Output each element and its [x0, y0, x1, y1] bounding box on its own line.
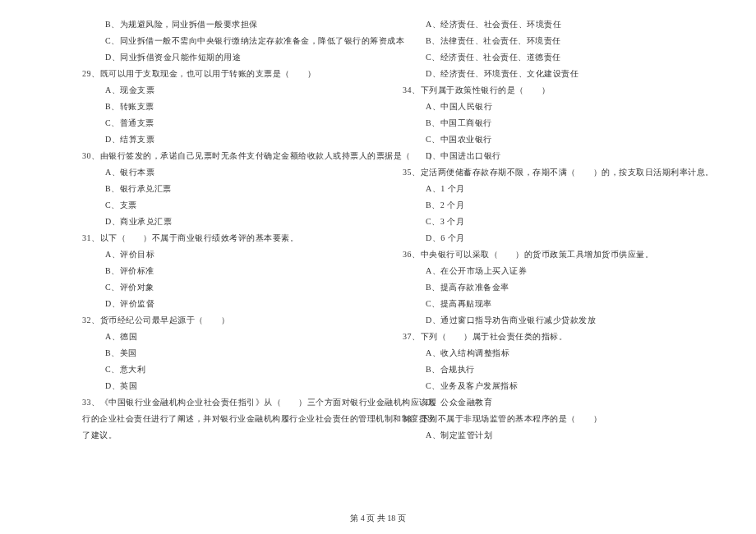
q33-option-b: B、法律责任、社会责任、环境责任: [403, 33, 715, 49]
q38-option-a: A、制定监管计划: [403, 427, 715, 444]
q37-option-c: C、业务及客户发展指标: [403, 378, 715, 394]
q36-option-b: B、提高存款准备金率: [403, 279, 715, 296]
q36-text: 36、中央银行可以采取（ ）的货币政策工具增加货币供应量。: [403, 246, 715, 263]
q29-text: 29、既可以用于支取现金，也可以用于转账的支票是（ ）: [82, 66, 370, 82]
q35-option-c: C、3 个月: [403, 214, 715, 230]
q29-option-c: C、普通支票: [82, 115, 370, 131]
q37-option-a: A、收入结构调整指标: [403, 345, 715, 361]
q31-option-b: B、评价标准: [82, 263, 370, 279]
q37-option-d: D、公众金融教育: [403, 394, 715, 411]
page-footer: 第 4 页 共 18 页: [0, 513, 756, 524]
q30-text: 30、由银行签发的，承诺自己见票时无条件支付确定金额给收款人或持票人的票据是（ …: [82, 148, 370, 164]
q35-option-a: A、1 个月: [403, 181, 715, 197]
q32-option-c: C、意大利: [82, 361, 370, 378]
left-column: B、为规避风险，同业拆借一般要求担保 C、同业拆借一般不需向中央银行缴纳法定存款…: [33, 16, 378, 493]
q33-option-c: C、经济责任、社会责任、道德责任: [403, 49, 715, 66]
q34-option-b: B、中国工商银行: [403, 115, 715, 131]
q30-option-d: D、商业承兑汇票: [82, 214, 370, 230]
q33-option-a: A、经济责任、社会责任、环境责任: [403, 16, 715, 33]
q30-option-b: B、银行承兑汇票: [82, 181, 370, 197]
q38-text: 38、下列不属于非现场监管的基本程序的是（ ）: [403, 411, 715, 427]
q30-option-a: A、银行本票: [82, 164, 370, 181]
q28-option-b: B、为规避风险，同业拆借一般要求担保: [82, 16, 370, 33]
q34-option-a: A、中国人民银行: [403, 99, 715, 115]
q36-option-d: D、通过窗口指导劝告商业银行减少贷款发放: [403, 312, 715, 329]
q35-option-b: B、2 个月: [403, 197, 715, 214]
q31-option-d: D、评价监督: [82, 296, 370, 312]
q34-option-d: D、中国进出口银行: [403, 148, 715, 164]
q37-text: 37、下列（ ）属于社会责任类的指标。: [403, 329, 715, 345]
q31-option-c: C、评价对象: [82, 279, 370, 296]
q31-text: 31、以下（ ）不属于商业银行绩效考评的基本要素。: [82, 230, 370, 246]
q37-option-b: B、合规执行: [403, 361, 715, 378]
q28-option-d: D、同业拆借资金只能作短期的用途: [82, 49, 370, 66]
right-column: A、经济责任、社会责任、环境责任 B、法律责任、社会责任、环境责任 C、经济责任…: [378, 16, 723, 493]
q34-option-c: C、中国农业银行: [403, 131, 715, 148]
q33-text-line3: 了建议。: [82, 427, 370, 444]
q32-option-b: B、美国: [82, 345, 370, 361]
q28-option-c: C、同业拆借一般不需向中央银行缴纳法定存款准备金，降低了银行的筹资成本: [82, 33, 370, 49]
q30-option-c: C、支票: [82, 197, 370, 214]
q33-text-line2: 行的企业社会责任进行了阐述，并对银行业金融机构履行企业社会责任的管理机制和制度提…: [82, 411, 370, 427]
q32-option-d: D、英国: [82, 378, 370, 394]
q35-option-d: D、6 个月: [403, 230, 715, 246]
q35-text: 35、定活两便储蓄存款存期不限，存期不满（ ）的，按支取日活期利率计息。: [403, 164, 715, 181]
q33-option-d: D、经济责任、环境责任、文化建设责任: [403, 66, 715, 82]
q36-option-c: C、提高再贴现率: [403, 296, 715, 312]
q31-option-a: A、评价目标: [82, 246, 370, 263]
q29-option-d: D、结算支票: [82, 131, 370, 148]
q33-text-line1: 33、《中国银行业金融机构企业社会责任指引》从（ ）三个方面对银行业金融机构应该…: [82, 394, 370, 411]
q32-text: 32、货币经纪公司最早起源于（ ）: [82, 312, 370, 329]
q36-option-a: A、在公开市场上买入证券: [403, 263, 715, 279]
q32-option-a: A、德国: [82, 329, 370, 345]
q29-option-a: A、现金支票: [82, 82, 370, 99]
q34-text: 34、下列属于政策性银行的是（ ）: [403, 82, 715, 99]
q29-option-b: B、转账支票: [82, 99, 370, 115]
